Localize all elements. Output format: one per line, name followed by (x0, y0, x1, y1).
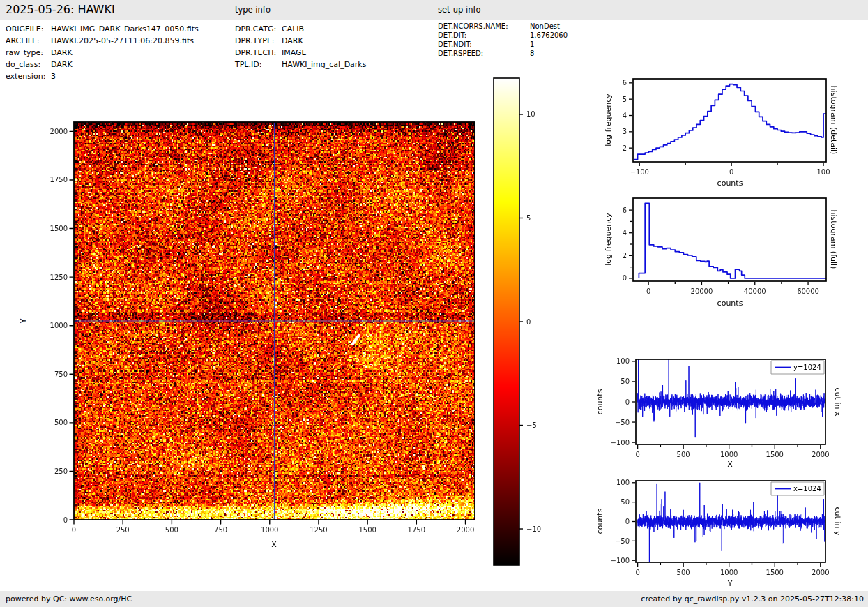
file-info-value: DARK (51, 59, 73, 70)
cut-in-x-y-label: counts (595, 389, 604, 415)
histogram-full-x-label: counts (717, 299, 743, 308)
type-info-value: DARK (282, 35, 303, 47)
type-info-value: IMAGE (282, 47, 307, 59)
setup-info-row: DET.NDIT:1 (438, 40, 568, 49)
cut-in-x-side-label: cut in x (833, 388, 842, 417)
file-info-row: ARCFILE:HAWKI.2025-05-27T11:06:20.859.fi… (6, 35, 199, 47)
histogram-detail-y-label: log frequency (604, 93, 613, 146)
footer-bar: powered by QC: www.eso.org/HC created by… (0, 591, 868, 607)
histogram-detail-side-label: histogram (detail) (829, 86, 838, 155)
cut-in-y-side-label: cut in y (833, 507, 842, 536)
setup-info-block: DET.NCORRS.NAME:NonDest DET.DIT:1.676206… (438, 22, 568, 58)
type-info-row: DPR.TYPE:DARK (235, 35, 366, 47)
file-info-row: raw_type:DARK (6, 47, 199, 59)
setup-info-label: DET.RSPEED: (438, 49, 530, 58)
type-info-value: HAWKI_img_cal_Darks (282, 59, 366, 70)
footer-right-text: created by qc_rawdisp.py v1.2.3 on 2025-… (641, 594, 864, 604)
main-image-plot (42, 115, 488, 555)
setup-info-label: DET.DIT: (438, 31, 530, 40)
file-info-row: extension:3 (6, 70, 199, 82)
setup-info-heading: set-up info (438, 5, 481, 15)
file-info-value: HAWKI_IMG_DARK_Darks147_0050.fits (51, 23, 199, 35)
cut-in-x-x-label: X (727, 460, 733, 469)
type-info-row: TPL.ID:HAWKI_img_cal_Darks (235, 59, 366, 70)
setup-info-value: NonDest (530, 22, 560, 31)
main-x-axis-label: X (271, 540, 277, 549)
type-info-label: DPR.TYPE: (235, 35, 282, 47)
setup-info-row: DET.DIT:1.6762060 (438, 31, 568, 40)
file-info-value: DARK (51, 47, 73, 59)
file-info-row: ORIGFILE:HAWKI_IMG_DARK_Darks147_0050.fi… (6, 23, 199, 35)
setup-info-label: DET.NCORRS.NAME: (438, 22, 530, 31)
cut-in-x-plot (596, 351, 833, 459)
cut-in-y-plot (596, 472, 833, 580)
file-info-block: ORIGFILE:HAWKI_IMG_DARK_Darks147_0050.fi… (6, 23, 199, 82)
colorbar (488, 74, 554, 571)
file-info-label: ARCFILE: (6, 35, 51, 47)
type-info-row: DPR.CATG:CALIB (235, 23, 366, 35)
setup-info-value: 1.6762060 (530, 31, 568, 40)
cut-in-y-y-label: counts (595, 509, 604, 534)
type-info-row: DPR.TECH:IMAGE (235, 47, 366, 59)
setup-info-label: DET.NDIT: (438, 40, 530, 49)
histogram-full-side-label: histogram (full) (829, 210, 838, 269)
file-info-label: ORIGFILE: (6, 23, 51, 35)
type-info-block: DPR.CATG:CALIB DPR.TYPE:DARK DPR.TECH:IM… (235, 23, 366, 70)
histogram-detail-x-label: counts (717, 179, 743, 188)
setup-info-row: DET.RSPEED:8 (438, 49, 568, 58)
file-info-label: extension: (6, 70, 51, 82)
histogram-detail-plot (596, 72, 833, 187)
type-info-value: CALIB (282, 23, 304, 35)
header-bar: 2025-05-26: HAWKI type info set-up info (0, 0, 868, 20)
histogram-full-plot (596, 191, 833, 308)
footer-left-text: powered by QC: www.eso.org/HC (6, 594, 132, 604)
file-info-label: do_class: (6, 59, 51, 70)
histogram-full-y-label: log frequency (604, 213, 613, 265)
type-info-heading: type info (235, 5, 271, 15)
page-title: 2025-05-26: HAWKI (6, 3, 115, 16)
setup-info-value: 1 (530, 40, 534, 49)
file-info-label: raw_type: (6, 47, 51, 59)
type-info-label: DPR.CATG: (235, 23, 282, 35)
file-info-row: do_class:DARK (6, 59, 199, 70)
type-info-label: DPR.TECH: (235, 47, 282, 59)
main-y-axis-label: Y (19, 319, 28, 324)
setup-info-value: 8 (530, 49, 534, 58)
file-info-value: HAWKI.2025-05-27T11:06:20.859.fits (51, 35, 194, 47)
setup-info-row: DET.NCORRS.NAME:NonDest (438, 22, 568, 31)
cut-in-y-x-label: Y (728, 579, 733, 588)
file-info-value: 3 (51, 70, 56, 82)
type-info-label: TPL.ID: (235, 59, 282, 70)
qc-report-page: 2025-05-26: HAWKI type info set-up info … (0, 0, 868, 607)
